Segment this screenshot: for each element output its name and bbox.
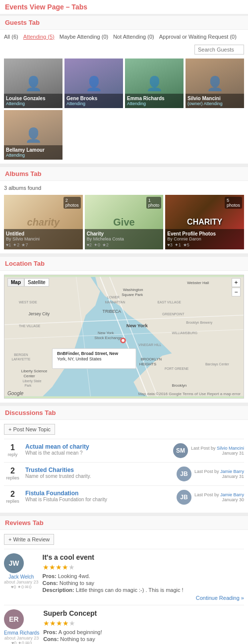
svg-text:Washington: Washington (123, 288, 143, 292)
disc-last: SM Last Post by Silvio Mancini January 3… (173, 443, 244, 458)
disc-last-info: Last Post by Jamie Barry January 30 (194, 492, 244, 502)
svg-text:MANHATTAN: MANHATTAN (105, 300, 125, 304)
filter-attending[interactable]: Attending (5) (23, 34, 55, 40)
guest-overlay: Gene Brooks Attending (64, 94, 123, 108)
svg-text:BERGEN: BERGEN (14, 353, 28, 356)
reviews-section-header: Reviews Tab (0, 515, 248, 530)
filter-maybe[interactable]: Maybe Attending (0) (60, 34, 108, 40)
reviewer-name[interactable]: Emma Richards (4, 630, 39, 636)
album-by: By Michelea Costa (87, 236, 162, 241)
svg-text:LAFAYETTE: LAFAYETTE (11, 357, 30, 361)
guest-card[interactable]: 👤 Silvio Mancini (owner) Attending (186, 59, 244, 108)
disc-reply-count: 2 replies (4, 490, 21, 504)
disc-subtitle: Name of some trusted charity. (25, 473, 173, 479)
svg-point-38 (122, 339, 124, 342)
reviewer-stats: ♥0 ✦0 ✉0 (4, 641, 39, 644)
review-stars: ★★★★★ (43, 563, 244, 571)
guest-name: Bellamy Lamour (6, 147, 61, 153)
disc-subtitle: What is the actual mean ? (25, 450, 169, 456)
albums-tab: 3 albums found charity 2photos Untitled … (0, 181, 248, 254)
map-zoom-out[interactable]: − (232, 288, 241, 296)
album-card[interactable]: charity 2photos Untitled By Silvio Manci… (4, 195, 83, 249)
svg-text:York, NY, United States: York, NY, United States (57, 356, 102, 361)
svg-text:Park: Park (24, 384, 31, 387)
reviewer-avatar-col: ER Emma Richards about January 23 ♥0 ✦0 … (4, 609, 39, 644)
svg-text:New York: New York (98, 331, 114, 335)
disc-title[interactable]: Trusted Charities (25, 467, 173, 473)
guest-card[interactable]: 👤 Louise Gonzales Attending (4, 59, 62, 108)
svg-text:Square Park: Square Park (122, 293, 143, 297)
disc-last-info: Last Post by Jamie Barry January 31 (194, 469, 244, 479)
albums-found-text: 3 albums found (4, 185, 244, 191)
location-tab: Jersey City WEST SIDE THE VILLAGE EAST V… (0, 271, 248, 403)
reviewer-date: about January 23 (4, 636, 39, 641)
svg-text:BnBFinder, Broad Street, New: BnBFinder, Broad Street, New (57, 351, 118, 356)
disc-last: JB Last Post by Jamie Barry January 30 (177, 490, 244, 505)
reviewer-avatar: JW (4, 553, 24, 573)
map-tab-map[interactable]: Map (7, 278, 24, 287)
svg-text:Brooklyn Brewery: Brooklyn Brewery (186, 321, 212, 325)
continue-reading-link[interactable]: Continue Reading » (43, 595, 244, 601)
review-item: ER Emma Richards about January 23 ♥0 ✦0 … (4, 605, 244, 644)
reviewer-name[interactable]: Jack Welch (4, 574, 39, 580)
review-cons: Cons: Nothing to say (43, 636, 244, 642)
post-new-topic-button[interactable]: + Post New Topic (4, 424, 55, 435)
guest-card[interactable]: 👤 Bellamy Lamour Attending (4, 110, 62, 160)
discussion-item: 1 reply Actual mean of charity What is t… (4, 439, 244, 462)
guests-section-header: Guests Tab (0, 14, 248, 30)
svg-text:FORT GREENE: FORT GREENE (165, 367, 189, 370)
filter-not[interactable]: Not Attending (0) (113, 34, 154, 40)
map-credit-text: Map data ©2016 Google Terms of Use Repor… (138, 392, 241, 396)
reviewer-avatar-col: JW Jack Welch about January 23 ♥0 ✦0 ✉0 (4, 553, 39, 601)
svg-text:Liberty Science: Liberty Science (21, 369, 48, 373)
disc-reply-count: 1 reply (4, 443, 21, 457)
reviews-tab: + Write a Review JW Jack Welch about Jan… (0, 530, 248, 644)
map-zoom-in[interactable]: + (232, 278, 241, 287)
disc-reply-count: 2 replies (4, 467, 21, 480)
review-title: It's a cool event (43, 553, 244, 561)
svg-text:Barclays Center: Barclays Center (205, 362, 230, 366)
discussion-item: 2 replies Fistula Foundation What is Fis… (4, 485, 244, 509)
map-tab-satellite[interactable]: Satellite (24, 278, 49, 287)
guest-name: Silvio Mancini (187, 96, 242, 101)
album-card[interactable]: CHARITY 5photos Event Profile Photos By … (165, 195, 244, 249)
disc-body: Fistula Foundation What is Fistula Found… (21, 490, 177, 502)
disc-subtitle: What is Fistula Foundation for charity (25, 497, 173, 502)
disc-body: Actual mean of charity What is the actua… (21, 443, 173, 456)
guest-status: (owner) Attending (187, 101, 242, 106)
filter-approval[interactable]: Approval or Waiting Request (0) (159, 34, 237, 40)
svg-text:WILLIAMSBURG: WILLIAMSBURG (172, 331, 197, 335)
guest-status: Attending (127, 101, 182, 106)
disc-title[interactable]: Actual mean of charity (25, 443, 169, 450)
discussion-item: 2 replies Trusted Charities Name of some… (4, 462, 244, 485)
album-title: Untitled (6, 231, 81, 236)
svg-text:Webster Hall: Webster Hall (187, 281, 209, 285)
map-tab-switcher: Map Satellite (7, 278, 49, 287)
guest-card[interactable]: 👤 Gene Brooks Attending (64, 59, 123, 108)
page-title: Events View Page – Tabs (0, 0, 248, 14)
album-card[interactable]: Give 1photo Charity By Michelea Costa ♥2… (85, 195, 164, 249)
disc-avatar: JB (177, 467, 191, 481)
disc-last: JB Last Post by Jamie Barry January 31 (177, 467, 244, 481)
filter-all[interactable]: All (6) (4, 34, 18, 40)
guest-card[interactable]: 👤 Emma Richards Attending (125, 59, 184, 108)
map-zoom-controls: + − (232, 278, 241, 296)
svg-text:THE VILLAGE: THE VILLAGE (19, 324, 41, 328)
map-visual: Jersey City WEST SIDE THE VILLAGE EAST V… (4, 275, 244, 398)
guest-name: Louise Gonzales (6, 96, 61, 101)
album-photos-count: 1photo (146, 197, 162, 209)
discussions-section-header: Discussions Tab (0, 405, 248, 420)
album-stats: ♥2✦0★2 (87, 242, 162, 247)
guest-overlay: Louise Gonzales Attending (4, 94, 62, 108)
svg-text:Liberty State: Liberty State (23, 379, 42, 383)
album-stats: ♥3✦1★5 (167, 242, 242, 247)
location-section-header: Location Tab (0, 255, 248, 271)
reviewer-stats: ♥0 ✦0 ✉0 (4, 585, 39, 589)
guests-row2: 👤 Bellamy Lamour Attending (4, 110, 244, 160)
albums-section-header: Albums Tab (0, 166, 248, 181)
disc-body: Trusted Charities Name of some trusted c… (21, 467, 177, 479)
disc-title[interactable]: Fistula Foundation (25, 490, 173, 497)
write-review-button[interactable]: + Write a Review (4, 534, 54, 545)
album-overlay: Event Profile Photos By Connie Daron ♥3✦… (165, 229, 244, 249)
search-guests-input[interactable] (194, 45, 244, 55)
